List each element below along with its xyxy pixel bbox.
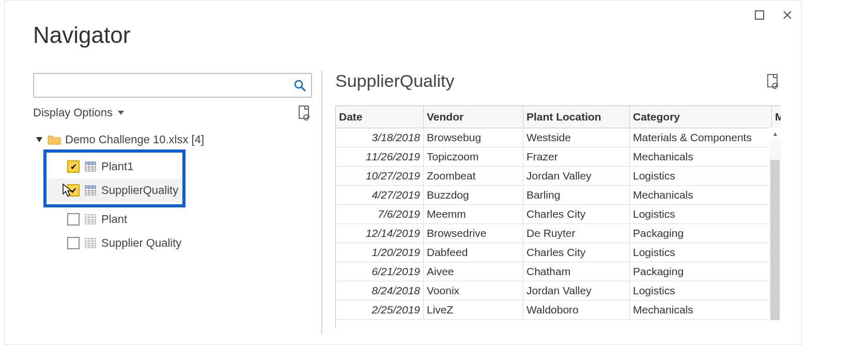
table-row[interactable]: 1/20/2019DabfeedCharles CityLogisticsRa	[336, 243, 781, 262]
title-bar	[746, 1, 801, 29]
cell-date: 11/26/2019	[336, 147, 424, 167]
svg-rect-13	[85, 186, 96, 195]
maximize-button[interactable]	[746, 1, 773, 29]
tree-root-label: Demo Challenge 10.xlsx [4]	[65, 133, 204, 146]
tree-item-plant1[interactable]: ✔ Plant1	[47, 155, 182, 178]
tree-item-supplierquality[interactable]: ✔ SupplierQuality	[47, 178, 182, 202]
tree-item-label: Plant1	[101, 160, 133, 173]
cell-vendor: Aivee	[424, 262, 523, 281]
cell-vendor: Meemm	[424, 205, 523, 224]
table-row[interactable]: 10/27/2019ZoombeatJordan ValleyLogistics…	[336, 167, 781, 186]
col-header-vendor[interactable]: Vendor	[424, 106, 523, 128]
svg-rect-19	[85, 186, 96, 188]
cell-vendor: Buzzdog	[424, 186, 523, 205]
search-icon[interactable]	[291, 77, 308, 94]
table-row[interactable]: 4/27/2019BuzzdogBarlingMechanicalsCo	[336, 186, 781, 205]
preview-title: SupplierQuality	[335, 71, 455, 91]
preview-grid[interactable]: Date Vendor Plant Location Category Mate…	[335, 106, 781, 328]
cell-plant: De Ruyter	[523, 224, 630, 243]
svg-rect-0	[755, 11, 764, 19]
page-title: Navigator	[33, 22, 130, 48]
cell-date: 6/21/2019	[336, 262, 424, 281]
cell-category: Logistics	[630, 243, 772, 262]
col-header-plant[interactable]: Plant Location	[523, 106, 630, 128]
panel-divider	[321, 71, 322, 335]
svg-rect-20	[85, 215, 96, 224]
cell-category: Mechanicals	[630, 186, 772, 205]
display-options-label: Display Options	[33, 106, 113, 119]
tree-item-label: Supplier Quality	[101, 236, 181, 250]
cell-category: Packaging	[630, 224, 772, 243]
checkbox-plant1[interactable]: ✔	[67, 160, 80, 173]
search-box[interactable]	[33, 73, 312, 98]
cell-plant: Jordan Valley	[523, 281, 630, 301]
cell-date: 2/25/2019	[336, 301, 424, 320]
cell-plant: Waldoboro	[523, 301, 630, 320]
cell-date: 3/18/2018	[336, 128, 424, 147]
cell-category: Mechanicals	[630, 147, 772, 167]
col-header-material[interactable]: Mater	[772, 106, 781, 128]
search-input[interactable]	[39, 73, 291, 97]
cell-plant: Chatham	[523, 262, 630, 281]
expander-icon[interactable]	[36, 137, 42, 142]
svg-rect-6	[85, 162, 96, 171]
table-row[interactable]: 12/14/2019BrowsedriveDe RuyterPackagingL…	[336, 224, 781, 243]
chevron-down-icon	[118, 111, 124, 115]
cell-date: 7/6/2019	[336, 205, 424, 224]
preview-panel: SupplierQuality Date Vendor Plant Locati…	[335, 71, 781, 344]
table-tree: Demo Challenge 10.xlsx [4] ✔ Plant1 ✔	[33, 130, 312, 255]
tree-item-label: SupplierQuality	[101, 184, 178, 197]
refresh-preview-button[interactable]	[766, 73, 781, 89]
cell-category: Mechanicals	[630, 301, 772, 320]
table-row[interactable]: 3/18/2018BrowsebugWestsideMaterials & Co…	[336, 128, 781, 147]
cell-vendor: Browsedrive	[424, 224, 523, 243]
cell-category: Logistics	[630, 167, 772, 186]
col-header-category[interactable]: Category	[630, 106, 772, 128]
tree-root-folder[interactable]: Demo Challenge 10.xlsx [4]	[33, 130, 312, 149]
scroll-track[interactable]	[769, 139, 781, 317]
checkbox-supplierquality[interactable]: ✔	[67, 184, 80, 197]
cell-plant: Charles City	[523, 243, 630, 262]
cell-plant: Charles City	[523, 205, 630, 224]
table-row[interactable]: 7/6/2019MeemmCharles CityLogisticsMc	[336, 205, 781, 224]
svg-rect-26	[85, 238, 96, 248]
refresh-tree-button[interactable]	[298, 105, 312, 121]
cell-plant: Jordan Valley	[523, 167, 630, 186]
checkbox-supplier-quality[interactable]	[67, 237, 80, 249]
sheet-icon	[85, 214, 96, 224]
cell-category: Logistics	[630, 281, 772, 301]
display-options-dropdown[interactable]: Display Options	[33, 106, 124, 119]
cell-vendor: Dabfeed	[424, 243, 523, 262]
table-header-row: Date Vendor Plant Location Category Mate…	[336, 106, 781, 128]
cell-plant: Frazer	[523, 147, 630, 167]
cell-category: Logistics	[630, 205, 772, 224]
col-header-date[interactable]: Date	[336, 106, 424, 128]
cell-plant: Barling	[523, 186, 630, 205]
cell-date: 4/27/2019	[336, 186, 424, 205]
table-row[interactable]: 8/24/2018VoonixJordan ValleyLogisticsCo	[336, 281, 781, 301]
scroll-up-icon[interactable]: ▴	[769, 128, 781, 139]
checkbox-plant[interactable]	[67, 213, 80, 226]
table-row[interactable]: 11/26/2019TopiczoomFrazerMechanicalsRa	[336, 147, 781, 167]
nav-panel: Display Options Demo	[33, 73, 312, 255]
table-icon	[85, 161, 96, 172]
close-button[interactable]	[773, 1, 801, 29]
folder-icon	[48, 134, 61, 145]
cell-category: Packaging	[630, 262, 772, 281]
cell-plant: Westside	[523, 128, 630, 147]
tree-item-plant[interactable]: Plant	[47, 207, 312, 231]
cell-vendor: Voonix	[424, 281, 523, 301]
cell-vendor: LiveZ	[424, 301, 523, 320]
table-row[interactable]: 2/25/2019LiveZWaldoboroMechanicalsRa	[336, 301, 781, 320]
cell-vendor: Browsebug	[424, 128, 523, 147]
vertical-scrollbar[interactable]: ▴	[769, 128, 781, 328]
sheet-icon	[85, 238, 96, 248]
cell-date: 1/20/2019	[336, 243, 424, 262]
table-row[interactable]: 6/21/2019AiveeChathamPackagingCa	[336, 262, 781, 281]
cell-date: 8/24/2018	[336, 281, 424, 301]
cell-vendor: Zoombeat	[424, 167, 523, 186]
tree-item-supplier-quality[interactable]: Supplier Quality	[47, 231, 312, 255]
svg-line-4	[301, 87, 305, 91]
tree-item-label: Plant	[101, 213, 127, 226]
scroll-thumb[interactable]	[770, 160, 780, 320]
